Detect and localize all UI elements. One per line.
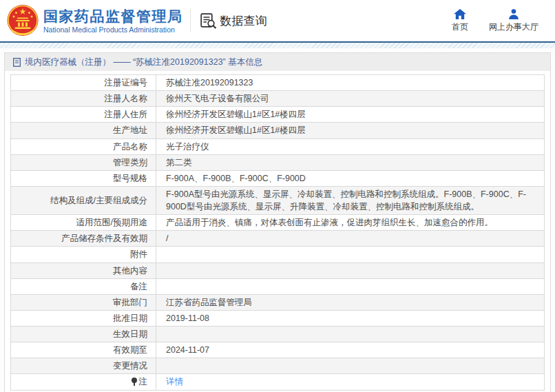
row-label: 注 <box>11 374 156 390</box>
row-label: 审批部门 <box>11 294 156 310</box>
row-label: 管理类别 <box>11 154 156 170</box>
row-label: 适用范围/预期用途 <box>11 215 156 231</box>
row-label: 注册证编号 <box>11 75 156 91</box>
content-card: 境内医疗器械（注册） —— “苏械注准20192091323” 基本信息 注册证… <box>4 52 551 392</box>
home-icon <box>454 9 466 19</box>
table-row: 注册人名称徐州天飞电子设备有限公司 <box>11 91 545 107</box>
row-label: 结构及组成/主要组成成分 <box>11 186 156 214</box>
registration-table: 注册证编号苏械注准20192091323注册人名称徐州天飞电子设备有限公司注册人… <box>10 74 545 391</box>
row-label: 生效日期 <box>11 327 156 342</box>
note-pin-icon <box>132 378 137 386</box>
row-value <box>156 327 545 342</box>
row-label: 变更情况 <box>11 358 156 374</box>
row-label: 附件 <box>11 247 156 262</box>
row-label: 注册人住所 <box>11 107 156 123</box>
row-value <box>156 358 545 374</box>
row-label: 批准日期 <box>11 310 156 326</box>
row-value: / <box>156 231 545 247</box>
table-row: 产品名称光子治疗仪 <box>11 138 545 154</box>
data-query-label: 数据查询 <box>220 13 267 29</box>
table-row: 注册证编号苏械注准20192091323 <box>11 75 545 91</box>
table-row: 注详情 <box>11 374 545 390</box>
table-row: 生效日期 <box>11 327 545 342</box>
nav-home-label: 首页 <box>452 21 468 33</box>
breadcrumb: 境内医疗器械（注册） —— “苏械注准20192091323” 基本信息 <box>5 53 550 71</box>
table-row: 审批部门江苏省药品监督管理局 <box>11 294 545 310</box>
agency-title: 国家药品监督管理局 <box>43 8 183 25</box>
row-label: 备注 <box>11 278 156 294</box>
row-value: 苏械注准20192091323 <box>156 75 545 91</box>
national-emblem-logo <box>7 4 39 37</box>
table-row: 附件 <box>11 247 545 262</box>
header-divider <box>190 9 191 32</box>
table-row: 适用范围/预期用途产品适用于消炎、镇痛，对体表创面有止渗液，促进肉芽组织生长、加… <box>11 215 545 231</box>
nav-item-home[interactable]: 首页 <box>452 9 468 33</box>
document-search-icon <box>200 13 217 29</box>
table-row: 生产地址徐州经济开发区碧螺山1#区1#楼四层 <box>11 123 545 138</box>
row-label: 生产地址 <box>11 123 156 138</box>
table-row: 备注 <box>11 278 545 294</box>
agency-subtitle: National Medical Products Administration <box>43 25 183 34</box>
nav-hall-label: 网上办事大厅 <box>489 21 538 33</box>
document-icon <box>13 58 21 67</box>
row-value: 详情 <box>156 374 545 390</box>
table-row: 变更情况 <box>11 358 545 374</box>
row-label: 产品储存条件及有效期 <box>11 231 156 247</box>
table-row: 注册人住所徐州经济开发区碧螺山1#区1#楼四层 <box>11 107 545 123</box>
row-label: 型号规格 <box>11 170 156 186</box>
details-link[interactable]: 详情 <box>166 377 183 386</box>
row-value: 第二类 <box>156 154 545 170</box>
breadcrumb-text: 境内医疗器械（注册） —— “苏械注准20192091323” 基本信息 <box>25 56 262 68</box>
row-value: F-900A型号由光源系统、显示屏、冷却装置、控制电路和控制系统组成。F-900… <box>156 186 545 214</box>
row-value: 徐州经济开发区碧螺山1#区1#楼四层 <box>156 123 545 138</box>
table-row: 型号规格F-900A、F-900B、F-900C、F-900D <box>11 170 545 186</box>
table-row: 产品储存条件及有效期/ <box>11 231 545 247</box>
table-row: 批准日期2019-11-08 <box>11 310 545 326</box>
data-query-section[interactable]: 数据查询 <box>200 13 267 29</box>
row-value: 2024-11-07 <box>156 342 545 358</box>
header-nav: 首页 网上办事大厅 <box>452 9 538 33</box>
row-value: 徐州经济开发区碧螺山1#区1#楼四层 <box>156 107 545 123</box>
row-value <box>156 247 545 262</box>
row-label: 注册人名称 <box>11 91 156 107</box>
row-value: 产品适用于消炎、镇痛，对体表创面有止渗液，促进肉芽组织生长、加速愈合的作用。 <box>156 215 545 231</box>
row-value: 光子治疗仪 <box>156 138 545 154</box>
table-row: 结构及组成/主要组成成分F-900A型号由光源系统、显示屏、冷却装置、控制电路和… <box>11 186 545 214</box>
row-label: 有效期至 <box>11 342 156 358</box>
registration-table-wrap: 注册证编号苏械注准20192091323注册人名称徐州天飞电子设备有限公司注册人… <box>5 71 550 392</box>
hatched-strip <box>0 43 555 48</box>
table-row: 管理类别第二类 <box>11 154 545 170</box>
row-value <box>156 278 545 294</box>
agency-title-block: 国家药品监督管理局 National Medical Products Admi… <box>43 8 183 33</box>
table-row: 其他内容 <box>11 262 545 278</box>
row-value <box>156 262 545 278</box>
person-icon <box>508 9 519 19</box>
row-value: 江苏省药品监督管理局 <box>156 294 545 310</box>
row-value: F-900A、F-900B、F-900C、F-900D <box>156 170 545 186</box>
site-header: 国家药品监督管理局 National Medical Products Admi… <box>0 0 555 41</box>
row-value: 2019-11-08 <box>156 310 545 326</box>
nav-item-service-hall[interactable]: 网上办事大厅 <box>489 9 538 33</box>
table-row: 有效期至2024-11-07 <box>11 342 545 358</box>
row-value: 徐州天飞电子设备有限公司 <box>156 91 545 107</box>
row-label: 其他内容 <box>11 262 156 278</box>
row-label: 产品名称 <box>11 138 156 154</box>
